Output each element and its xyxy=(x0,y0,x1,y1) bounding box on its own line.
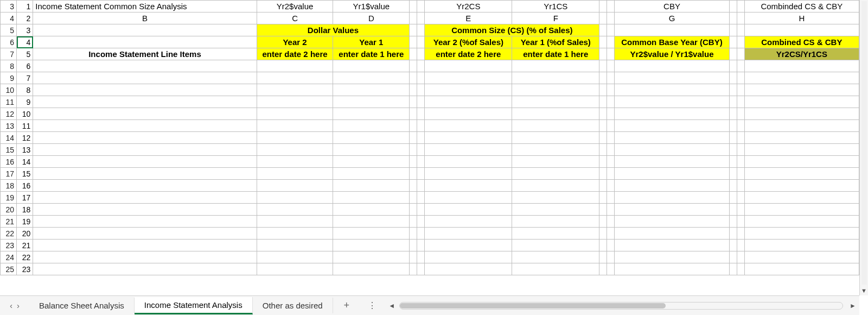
vertical-scrollbar[interactable]: ▼ xyxy=(859,0,868,295)
cell-B5[interactable] xyxy=(33,24,257,36)
cell-C6[interactable]: Year 2 xyxy=(257,36,333,48)
cell-A5[interactable]: 3 xyxy=(17,24,33,36)
cell-A15[interactable]: 13 xyxy=(17,144,33,156)
cell-A16[interactable]: 14 xyxy=(17,156,33,168)
cell-gap4-3[interactable] xyxy=(607,1,615,12)
cell-G6[interactable]: Common Base Year (CBY) xyxy=(615,36,729,48)
row-header-20[interactable]: 20 xyxy=(1,204,17,216)
cell-F6[interactable]: Year 1 (%of Sales) xyxy=(512,36,599,48)
cell-D8[interactable] xyxy=(333,60,410,72)
cell-A3[interactable]: 1 xyxy=(17,1,33,12)
cell-gap2-7[interactable] xyxy=(417,48,425,60)
cell-gap6-7[interactable] xyxy=(737,48,744,60)
cell-gap5-6[interactable] xyxy=(729,36,737,48)
cell-A8[interactable]: 6 xyxy=(17,60,33,72)
add-sheet-button[interactable]: + xyxy=(333,300,361,311)
cell-gap1-4[interactable] xyxy=(410,12,417,24)
cell-gap3-6[interactable] xyxy=(599,36,607,48)
row-header-7[interactable]: 7 xyxy=(1,48,17,60)
cell-H8[interactable] xyxy=(744,60,859,72)
hscroll-right-icon[interactable]: ► xyxy=(846,302,859,310)
tab-income-statement-analysis[interactable]: Income Statement Analysis xyxy=(135,297,253,314)
cell-gap4-7[interactable] xyxy=(607,48,615,60)
row-header-21[interactable]: 21 xyxy=(1,216,17,228)
cell-G3[interactable]: CBY xyxy=(615,1,729,12)
cell-C8[interactable] xyxy=(257,60,333,72)
cell-B4[interactable]: B xyxy=(33,12,257,24)
cell-B6[interactable] xyxy=(33,36,257,48)
cell-A12[interactable]: 10 xyxy=(17,108,33,120)
cell-gap2-6[interactable] xyxy=(417,36,425,48)
row-header-15[interactable]: 15 xyxy=(1,144,17,156)
cell-F8[interactable] xyxy=(512,60,599,72)
row-header-3[interactable]: 3 xyxy=(1,1,17,12)
cell-F4[interactable]: F xyxy=(512,12,599,24)
cell-A19[interactable]: 17 xyxy=(17,192,33,204)
cell-D6[interactable]: Year 1 xyxy=(333,36,410,48)
row-header-10[interactable]: 10 xyxy=(1,84,17,96)
cell-A10[interactable]: 8 xyxy=(17,84,33,96)
tab-balance-sheet-analysis[interactable]: Balance Sheet Analysis xyxy=(29,298,135,313)
sheet-nav-next-icon[interactable]: › xyxy=(17,301,20,310)
cell-gap4-5[interactable] xyxy=(607,24,615,36)
row-header-18[interactable]: 18 xyxy=(1,180,17,192)
cell-H4[interactable]: H xyxy=(744,12,859,24)
cell-CD5-merged[interactable]: Dollar Values xyxy=(257,24,410,36)
cell-A14[interactable]: 12 xyxy=(17,132,33,144)
cell-F3[interactable]: Yr1CS xyxy=(512,1,599,12)
cell-H3[interactable]: Combinded CS & CBY xyxy=(744,1,859,12)
cell-C3[interactable]: Yr2$value xyxy=(257,1,333,12)
cell-gap1-6[interactable] xyxy=(410,36,417,48)
cell-A17[interactable]: 15 xyxy=(17,168,33,180)
cell-E3[interactable]: Yr2CS xyxy=(425,1,512,12)
row-header-9[interactable]: 9 xyxy=(1,72,17,84)
cell-A9[interactable]: 7 xyxy=(17,72,33,84)
cell-gap3-3[interactable] xyxy=(599,1,607,12)
cell-gap2-5[interactable] xyxy=(417,24,425,36)
cell-EF5-merged[interactable]: Common Size (CS) (% of Sales) xyxy=(425,24,599,36)
cell-gap5-5[interactable] xyxy=(729,24,737,36)
row-header-12[interactable]: 12 xyxy=(1,108,17,120)
cell-gap2-4[interactable] xyxy=(417,12,425,24)
cell-A11[interactable]: 9 xyxy=(17,96,33,108)
cell-gap3-5[interactable] xyxy=(599,24,607,36)
vscroll-track[interactable] xyxy=(861,1,867,285)
cell-H7[interactable]: Yr2CS/Yr1CS xyxy=(744,48,859,60)
row-header-11[interactable]: 11 xyxy=(1,96,17,108)
cell-H6[interactable]: Combined CS & CBY xyxy=(744,36,859,48)
tab-other-as-desired[interactable]: Other as desired xyxy=(253,298,333,313)
cell-gap5-3[interactable] xyxy=(729,1,737,12)
row-header-16[interactable]: 16 xyxy=(1,156,17,168)
cell-gap1-7[interactable] xyxy=(410,48,417,60)
hscroll-thumb[interactable] xyxy=(400,303,666,308)
cell-B7[interactable]: Income Statement Line Items xyxy=(33,48,257,60)
row-header-4[interactable]: 4 xyxy=(1,12,17,24)
cell-G4[interactable]: G xyxy=(615,12,729,24)
cell-B8[interactable] xyxy=(33,60,257,72)
row-header-14[interactable]: 14 xyxy=(1,132,17,144)
cell-D4[interactable]: D xyxy=(333,12,410,24)
cell-gap1-5[interactable] xyxy=(410,24,417,36)
cell-G7[interactable]: Yr2$value / Yr1$value xyxy=(615,48,729,60)
cell-gap3-4[interactable] xyxy=(599,12,607,24)
cell-A13[interactable]: 11 xyxy=(17,120,33,132)
cell-A4[interactable]: 2 xyxy=(17,12,33,24)
row-header-13[interactable]: 13 xyxy=(1,120,17,132)
cell-gap1-3[interactable] xyxy=(410,1,417,12)
spreadsheet-grid[interactable]: 3 1 Income Statement Common Size Analysi… xyxy=(0,0,859,295)
row-header-8[interactable]: 8 xyxy=(1,60,17,72)
cell-A22[interactable]: 20 xyxy=(17,228,33,240)
cell-E4[interactable]: E xyxy=(425,12,512,24)
cell-D7[interactable]: enter date 1 here xyxy=(333,48,410,60)
cell-F7[interactable]: enter date 1 here xyxy=(512,48,599,60)
row-header-17[interactable]: 17 xyxy=(1,168,17,180)
horizontal-scrollbar[interactable] xyxy=(399,302,843,310)
cell-gap6-3[interactable] xyxy=(737,1,744,12)
cell-gap6-6[interactable] xyxy=(737,36,744,48)
cell-A23[interactable]: 21 xyxy=(17,240,33,251)
cell-E7[interactable]: enter date 2 here xyxy=(425,48,512,60)
row-header-25[interactable]: 25 xyxy=(1,263,17,275)
cell-B3[interactable]: Income Statement Common Size Analysis xyxy=(33,1,257,12)
row-header-22[interactable]: 22 xyxy=(1,228,17,240)
cell-A7[interactable]: 5 xyxy=(17,48,33,60)
